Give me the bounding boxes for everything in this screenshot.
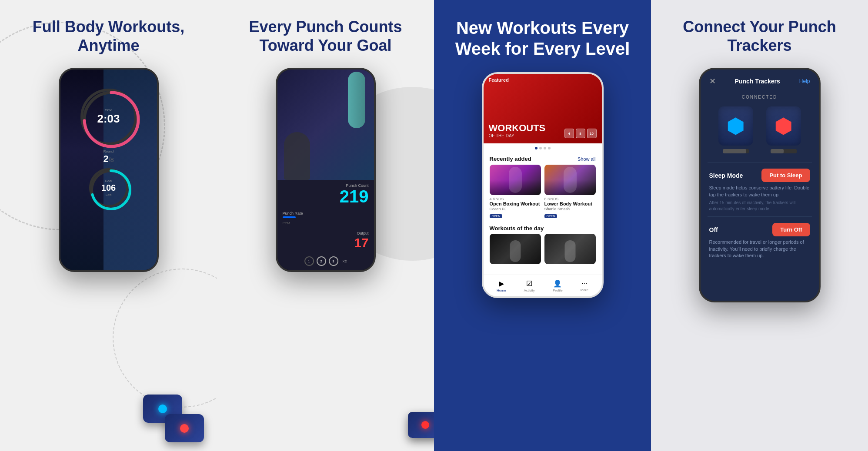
workout-thumb-2	[544, 165, 596, 195]
phone-mockup-4: ✕ Punch Trackers Help CONNECTED	[699, 68, 821, 302]
sleep-mode-label: Sleep Mode	[709, 172, 743, 179]
bottom-nav: ▶ Home ☑ Activity 👤 Profile ··· More	[484, 275, 602, 296]
panel-3-title: New Workouts Every Week for Every Level	[447, 17, 638, 59]
sleep-mode-row: Sleep Mode Put to Sleep	[709, 169, 810, 182]
card-name-2: Lower Body Workout	[544, 201, 596, 207]
tracker-devices-1	[143, 395, 204, 442]
x2-badge: X2	[343, 259, 347, 263]
punch-count-value: 219	[340, 188, 369, 205]
tracker-icon-blue	[718, 106, 753, 146]
open-badge-2: OPEN	[544, 214, 558, 218]
nav-home[interactable]: ▶ Home	[497, 279, 506, 292]
day-card-1	[490, 234, 541, 264]
nav-more[interactable]: ··· More	[581, 279, 588, 292]
diff-8: 8	[576, 129, 585, 138]
tracker-right	[165, 414, 204, 442]
tracker-red-2	[408, 412, 434, 438]
header-title: Punch Trackers	[735, 78, 780, 85]
round-value: 2	[103, 153, 109, 164]
battery-fill-left	[723, 149, 746, 153]
off-label: Off	[709, 226, 718, 233]
sleep-mode-desc: Sleep mode helps conserve battery life. …	[709, 185, 810, 198]
show-all-link[interactable]: Show all	[578, 156, 596, 162]
nav-activity[interactable]: ☑ Activity	[524, 279, 534, 292]
goal-ring: Goal 106 Left	[89, 168, 128, 207]
workouts-day-label: Workouts of the day	[490, 225, 544, 232]
battery-fill-right	[771, 149, 784, 153]
sleep-auto-desc: After 15 minutes of inactivity, the trac…	[709, 200, 810, 212]
difficulty-pills: 4 8 10	[564, 129, 597, 138]
workout-card-2: 8 RNDS Lower Body Workout Shanie Smash O…	[544, 165, 596, 221]
connected-label: CONNECTED	[701, 91, 819, 106]
put-to-sleep-button[interactable]: Put to Sleep	[761, 169, 810, 182]
card-rounds-1: 4 RNDS	[490, 197, 541, 201]
round-stat: Round 2/8	[103, 149, 114, 165]
card-info-1: 4 RNDS Open Boxing Workout Coach PJ OPEN	[490, 195, 541, 221]
tracker-item-right	[766, 106, 801, 153]
help-link[interactable]: Help	[799, 78, 810, 84]
punch-count-screen: Punch Count 219 Punch Rate PPM Output 17…	[277, 70, 374, 270]
activity-icon: ☑	[526, 279, 532, 288]
person-figure	[284, 132, 310, 180]
off-section: Off Turn Off Recommended for travel or l…	[701, 217, 819, 263]
turn-off-button[interactable]: Turn Off	[772, 223, 810, 236]
tracker-screen: ✕ Punch Trackers Help CONNECTED	[701, 70, 819, 301]
battery-right	[771, 149, 797, 153]
punch-stats: Punch Count 219 Punch Rate PPM Output 17	[277, 180, 374, 254]
more-icon: ···	[581, 279, 587, 287]
card-info-2: 8 RNDS Lower Body Workout Shanie Smash O…	[544, 195, 596, 221]
workouts-day-cards	[484, 234, 602, 264]
panel-1-title: Full Body Workouts, Anytime	[13, 17, 204, 55]
featured-banner: Featured WORKOUTS OF THE DAY 4 8 10	[484, 74, 602, 143]
nav-profile-label: Profile	[553, 289, 563, 292]
timer-svg	[80, 89, 142, 150]
card-rounds-2: 8 RNDS	[544, 197, 596, 201]
panel-1: Full Body Workouts, Anytime Time 2:03	[0, 0, 217, 451]
tracker-icon-red	[766, 106, 801, 146]
profile-icon: 👤	[553, 279, 562, 288]
workouts-day-header: Workouts of the day	[484, 221, 602, 234]
panel-4: Connect Your Punch Trackers ✕ Punch Trac…	[651, 0, 868, 451]
card-coach-2: Shanie Smash	[544, 207, 596, 211]
ppm-label: PPM	[283, 221, 290, 225]
nav-home-label: Home	[497, 289, 506, 292]
panel-4-title: Connect Your Punch Trackers	[664, 17, 855, 55]
round-2: 2	[317, 256, 326, 266]
hex-red	[776, 117, 791, 135]
app-screen-3: Featured WORKOUTS OF THE DAY 4 8 10	[484, 74, 602, 296]
carousel-dots	[484, 143, 602, 153]
punching-bag	[348, 72, 365, 128]
day-card-thumb-2	[544, 234, 596, 264]
tracker-header: ✕ Punch Trackers Help	[701, 70, 819, 91]
workout-cards: 4 RNDS Open Boxing Workout Coach PJ OPEN	[484, 165, 602, 221]
diff-10: 10	[587, 129, 597, 138]
workout-screen: Time 2:03 Round 2/8	[60, 70, 157, 270]
nav-profile[interactable]: 👤 Profile	[553, 279, 563, 292]
sleep-mode-section: Sleep Mode Put to Sleep Sleep mode helps…	[701, 162, 819, 216]
dot-1	[535, 147, 537, 149]
round-indicators: 1 2 3 X2	[304, 256, 347, 266]
close-icon[interactable]: ✕	[709, 76, 716, 86]
round-total: /8	[109, 156, 114, 163]
nav-activity-label: Activity	[524, 289, 534, 292]
dot-2	[539, 147, 542, 149]
featured-label: Featured	[489, 77, 509, 83]
dot-3	[544, 147, 546, 149]
nav-more-label: More	[581, 288, 588, 292]
off-desc: Recommended for travel or longer periods…	[709, 239, 810, 259]
off-row: Off Turn Off	[709, 223, 810, 236]
punch-rate-bar	[283, 216, 296, 218]
phone-mockup-3: Featured WORKOUTS OF THE DAY 4 8 10	[482, 72, 604, 298]
panel-2-title: Every Punch Counts Toward Your Goal	[230, 17, 421, 55]
decorative-circle-2	[113, 269, 217, 408]
battery-left	[723, 149, 749, 153]
trackers-display	[701, 106, 819, 162]
workout-thumb-1	[490, 165, 541, 195]
recently-added-label: Recently added	[490, 156, 531, 162]
diff-4: 4	[564, 129, 574, 138]
round-3: 3	[329, 256, 338, 266]
output-label: Output	[357, 231, 368, 235]
workout-card-1: 4 RNDS Open Boxing Workout Coach PJ OPEN	[490, 165, 541, 221]
output-value: 17	[354, 235, 368, 250]
punch-rate-label: Punch Rate	[283, 211, 303, 216]
